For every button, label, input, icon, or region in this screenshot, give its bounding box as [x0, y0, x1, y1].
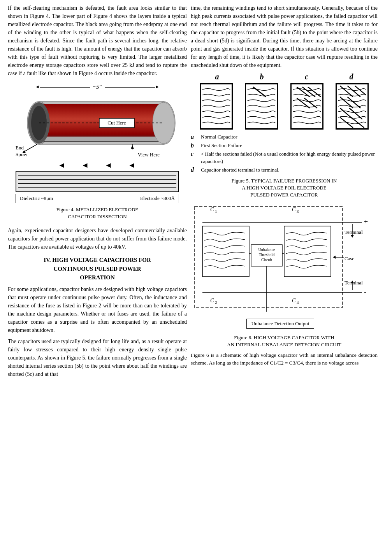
legend-letter-d: d	[191, 167, 199, 174]
svg-text:3: 3	[297, 209, 299, 214]
winding-d	[336, 83, 369, 130]
svg-text:C: C	[210, 298, 214, 303]
fig4-caption: Figure 4. METALLIZED ELECTRODE CAPACITOR…	[16, 206, 179, 220]
left-para2: Again, experienced capacitor designers h…	[8, 226, 187, 251]
svg-text:Case: Case	[345, 256, 355, 261]
svg-text:C: C	[210, 207, 214, 212]
fig6-caption: Figure 6. HIGH VOLTAGE CAPACITOR WITH AN…	[191, 334, 378, 348]
winding-b-svg	[246, 84, 277, 129]
arrow-down-1: ▼	[58, 162, 67, 170]
legend-text-d: Capacitor shorted terminal to terminal.	[201, 167, 279, 174]
svg-marker-15	[131, 146, 134, 149]
figure-4: ◄ ~5" ►	[16, 84, 179, 220]
svg-rect-51	[202, 226, 249, 277]
size-label: ~5"	[90, 84, 105, 90]
legend-letter-a: a	[191, 133, 199, 140]
end-spray-label: End Spray	[16, 145, 27, 158]
label-d: d	[334, 72, 369, 81]
capacitor-svg: Cut Here	[16, 92, 179, 154]
figure-5-diagram: a b c d	[191, 72, 378, 199]
svg-text:1: 1	[215, 209, 217, 214]
arrow-down-4: ▼	[128, 162, 137, 170]
legend-text-c: < Half the sections failed (Not a usual …	[201, 151, 378, 165]
svg-text:-: -	[364, 288, 366, 296]
legend-text-a: Normal Capacitor	[201, 133, 237, 140]
winding-b	[245, 83, 278, 130]
electrode-label: Electrode ~300Å	[136, 194, 179, 203]
svg-text:Cut Here: Cut Here	[107, 120, 126, 126]
svg-text:C: C	[292, 298, 296, 303]
svg-text:+: +	[364, 218, 368, 226]
winding-a	[200, 83, 233, 130]
svg-text:Circuit: Circuit	[261, 258, 272, 262]
legend-letter-c: c	[191, 151, 199, 158]
section-title: IV. HIGH VOLTAGE CAPACITORS FOR CONTINUO…	[8, 256, 187, 282]
unbalance-output-box: Unbalance Detection Output	[246, 319, 315, 329]
svg-text:2: 2	[215, 300, 217, 305]
legend-row-b: b First Section Failure	[191, 142, 378, 149]
label-b: b	[244, 72, 279, 81]
svg-rect-54	[284, 226, 331, 277]
winding-c	[290, 83, 323, 130]
svg-text:Terminal: Terminal	[345, 229, 363, 235]
left-para4: The capacitors used are typically design…	[8, 337, 187, 378]
legend-row-c: c < Half the sections failed (Not a usua…	[191, 151, 378, 165]
svg-rect-4	[41, 137, 158, 141]
svg-text:Threshold: Threshold	[259, 253, 275, 257]
left-para1: If the self-clearing mechanism is defeat…	[8, 4, 187, 77]
winding-boxes	[191, 83, 378, 130]
arrow-down-3: ▼	[104, 162, 113, 170]
winding-d-svg	[336, 84, 368, 129]
fig5-caption: Figure 5. TYPICAL FAILURE PROGRESSION IN…	[191, 177, 378, 199]
winding-c-svg	[291, 84, 323, 129]
size-arrow-row: ◄ ~5" ►	[16, 84, 179, 90]
cross-section-box	[16, 171, 179, 192]
svg-text:Unbalance: Unbalance	[258, 247, 275, 252]
right-para2: Figure 6 is a schematic of high voltage …	[191, 351, 378, 367]
right-para1: time, the remaining windings tend to sho…	[191, 4, 378, 69]
svg-text:Terminal: Terminal	[345, 280, 363, 286]
legend-letter-b: b	[191, 142, 199, 149]
legend-items: a Normal Capacitor b First Section Failu…	[191, 133, 378, 174]
svg-marker-42	[351, 235, 354, 238]
capacitor-3d-diagram: Cut Here End Spray View Here	[16, 92, 179, 158]
svg-text:4: 4	[297, 300, 299, 305]
legend-row-d: d Capacitor shorted terminal to terminal…	[191, 167, 378, 174]
left-column: If the self-clearing mechanism is defeat…	[8, 4, 187, 381]
winding-a-svg	[200, 84, 232, 129]
abcd-label-row: a b c d	[191, 72, 378, 81]
legend-text-b: First Section Failure	[201, 142, 242, 149]
svg-text:C: C	[292, 207, 296, 212]
circuit-svg: + - Terminal Terminal Case	[191, 203, 370, 323]
left-para3: For some applications, capacitor banks a…	[8, 285, 187, 334]
lower-labels-row: Dielectric ~8μm Electrode ~300Å	[16, 194, 179, 203]
label-c: c	[289, 72, 324, 81]
cross-section-diagram: ▼ ▼ ▼ ▼ Dielectric ~8μm Electrode ~300Å	[16, 161, 179, 203]
figure-6-diagram: + - Terminal Terminal Case	[191, 203, 370, 330]
view-here-label: View Here	[138, 152, 160, 158]
right-column: time, the remaining windings tend to sho…	[191, 4, 378, 381]
label-a: a	[200, 72, 235, 81]
arrow-down-2: ▼	[81, 162, 90, 170]
legend-row-a: a Normal Capacitor	[191, 133, 378, 140]
dielectric-label: Dielectric ~8μm	[16, 194, 57, 203]
